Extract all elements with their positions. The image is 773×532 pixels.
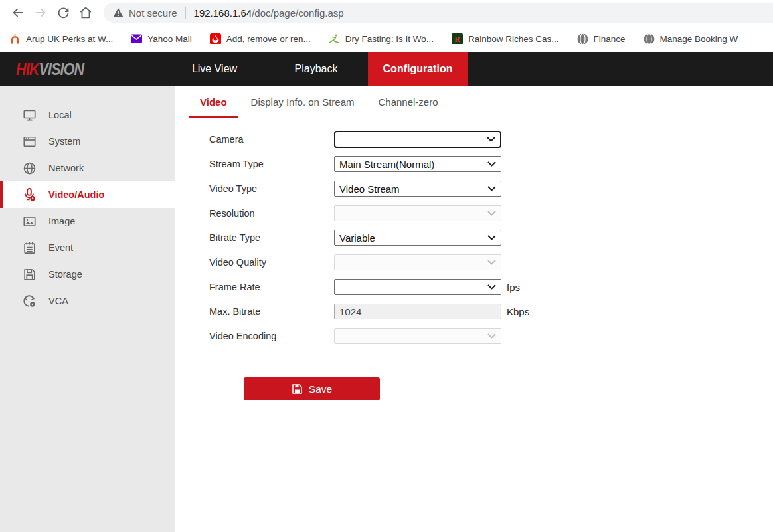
bookmark-yahoo-mail[interactable]: Yahoo Mail [131, 33, 192, 44]
video-type-label: Video Type [209, 183, 334, 194]
content-panel: Video Display Info. on Stream Channel-ze… [175, 86, 773, 532]
forward-icon [33, 5, 48, 20]
back-icon [11, 5, 25, 20]
hikvision-logo: HIKVISION [0, 52, 141, 86]
resolution-label: Resolution [209, 208, 334, 219]
globe-icon [22, 161, 37, 175]
nav-live-view[interactable]: Live View [165, 52, 264, 86]
bookmark-dry-fasting[interactable]: Dry Fasting: Is It Wo... [329, 33, 434, 44]
sidebar-item-local[interactable]: Local [0, 102, 175, 128]
santander-flame-icon [210, 33, 221, 44]
max-bitrate-input[interactable]: 1024 [334, 304, 501, 319]
bookmark-add-remove[interactable]: Add, remove or ren... [210, 33, 311, 44]
sidebar-item-image[interactable]: Image [0, 208, 175, 234]
sidebar-item-network[interactable]: Network [0, 155, 175, 181]
app-header: HIKVISION Live View Playback Configurati… [0, 52, 773, 86]
address-bar[interactable]: Not secure 192.168.1.64/doc/page/config.… [104, 3, 773, 23]
home-button[interactable] [74, 1, 97, 24]
content-tabbar: Video Display Info. on Stream Channel-ze… [175, 86, 773, 118]
arup-icon [9, 33, 21, 44]
form-row-frame-rate: Frame Rate fps [209, 279, 773, 295]
system-window-icon [22, 134, 37, 149]
bookmark-rainbow-riches[interactable]: R Rainbow Riches Cas... [452, 33, 559, 44]
svg-text:R: R [454, 35, 460, 44]
camera-label: Camera [209, 134, 334, 145]
url-path: /doc/page/config.asp [252, 7, 343, 19]
form-row-camera: Camera [209, 132, 773, 147]
video-quality-label: Video Quality [209, 257, 334, 268]
form-row-stream-type: Stream Type Main Stream(Normal) [209, 156, 773, 172]
url-host: 192.168.1.64 [194, 7, 252, 19]
reload-button[interactable] [52, 1, 74, 24]
bitrate-type-label: Bitrate Type [209, 232, 334, 243]
bookmark-manage-booking[interactable]: Manage Booking W [644, 33, 738, 44]
rainbow-riches-icon: R [452, 33, 463, 44]
globe-icon [577, 33, 588, 44]
nav-configuration[interactable]: Configuration [368, 52, 468, 86]
picture-icon [22, 214, 37, 228]
bookmark-finance[interactable]: Finance [577, 33, 626, 44]
globe-icon [644, 33, 655, 44]
bookmarks-bar: Arup UK Perks at W... Yahoo Mail Add, re… [0, 25, 773, 52]
runner-icon [329, 33, 340, 44]
video-quality-select [334, 254, 501, 270]
frame-rate-select[interactable] [334, 279, 501, 295]
address-divider [185, 7, 186, 19]
forward-button[interactable] [29, 1, 52, 24]
form-row-bitrate-type: Bitrate Type Variable [209, 230, 773, 246]
chevron-down-icon [487, 235, 496, 240]
app-nav: Live View Playback Configuration [165, 52, 470, 86]
sidebar-item-event[interactable]: Event [0, 234, 175, 261]
tab-channel-zero[interactable]: Channel-zero [367, 86, 448, 118]
frame-rate-unit: fps [507, 282, 520, 293]
not-secure-warning-icon [113, 7, 124, 18]
stream-type-label: Stream Type [209, 159, 334, 169]
camera-select[interactable] [334, 131, 501, 148]
tab-display-info-on-stream[interactable]: Display Info. on Stream [240, 86, 365, 118]
monitor-icon [22, 108, 37, 122]
yahoo-mail-icon [131, 33, 142, 44]
chevron-down-icon [487, 211, 496, 216]
vca-icon [22, 294, 37, 308]
chevron-down-icon [487, 137, 495, 142]
tab-video[interactable]: Video [189, 86, 238, 118]
main-area: Local System Network Video/Audio Image [0, 86, 773, 532]
save-button[interactable]: Save [244, 377, 380, 400]
home-icon [78, 5, 93, 20]
chevron-down-icon [487, 260, 496, 265]
calendar-icon [22, 240, 37, 255]
sidebar-item-storage[interactable]: Storage [0, 261, 175, 288]
form-row-video-type: Video Type Video Stream [209, 181, 773, 197]
sidebar: Local System Network Video/Audio Image [0, 86, 175, 532]
save-floppy-icon [292, 383, 303, 395]
form-row-max-bitrate: Max. Bitrate 1024 Kbps [209, 304, 773, 319]
chevron-down-icon [487, 333, 496, 339]
browser-toolbar: Not secure 192.168.1.64/doc/page/config.… [0, 0, 773, 25]
bookmark-arup[interactable]: Arup UK Perks at W... [9, 33, 113, 44]
chevron-down-icon [487, 284, 496, 290]
nav-playback[interactable]: Playback [266, 52, 366, 86]
back-button[interactable] [7, 1, 29, 24]
reload-icon [56, 6, 70, 20]
resolution-select [334, 205, 501, 221]
max-bitrate-unit: Kbps [507, 306, 529, 317]
sidebar-item-system[interactable]: System [0, 128, 175, 155]
video-encoding-label: Video Encoding [209, 331, 334, 341]
sidebar-item-vca[interactable]: VCA [0, 288, 175, 314]
video-encoding-select [334, 328, 501, 344]
bitrate-type-select[interactable]: Variable [334, 230, 501, 246]
security-label: Not secure [129, 7, 177, 19]
save-button-label: Save [309, 383, 332, 395]
form-row-video-encoding: Video Encoding [209, 328, 773, 344]
video-settings-form: Camera Stream Type Main Stream(Normal) V… [175, 118, 773, 400]
form-row-resolution: Resolution [209, 205, 773, 221]
frame-rate-label: Frame Rate [209, 282, 334, 292]
max-bitrate-label: Max. Bitrate [209, 306, 334, 317]
stream-type-select[interactable]: Main Stream(Normal) [334, 156, 501, 172]
form-row-video-quality: Video Quality [209, 254, 773, 270]
sidebar-item-video-audio[interactable]: Video/Audio [0, 181, 175, 208]
chevron-down-icon [487, 161, 496, 167]
chevron-down-icon [487, 186, 496, 191]
floppy-disk-icon [22, 267, 37, 282]
video-type-select[interactable]: Video Stream [334, 181, 501, 197]
